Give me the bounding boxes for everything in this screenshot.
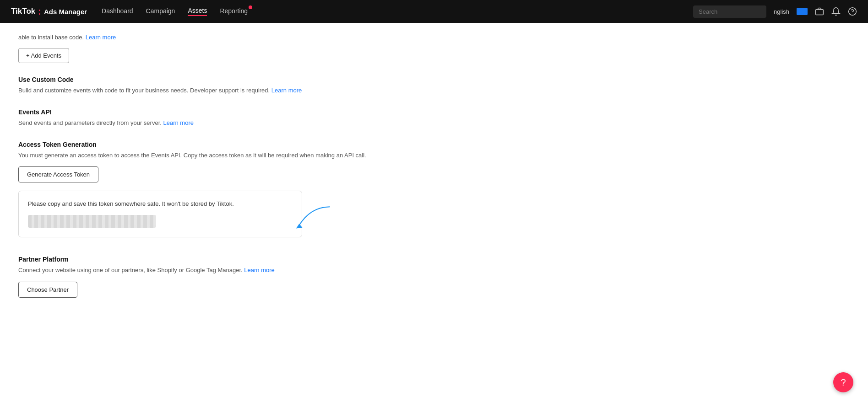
help-icon-btn[interactable] xyxy=(848,7,857,16)
token-blurred-value xyxy=(28,215,156,228)
partner-platform-section: Partner Platform Connect your website us… xyxy=(18,256,394,298)
token-box: Please copy and save this token somewher… xyxy=(18,191,302,237)
reporting-dot xyxy=(249,5,252,9)
flag-icon xyxy=(797,8,808,15)
use-custom-code-desc: Build and customize events with code to … xyxy=(18,86,394,96)
use-custom-code-section: Use Custom Code Build and customize even… xyxy=(18,76,394,96)
events-api-section: Events API Send events and parameters di… xyxy=(18,108,394,128)
brand-dot: : xyxy=(38,7,41,16)
nav-dashboard[interactable]: Dashboard xyxy=(102,7,133,16)
partner-platform-learn-more[interactable]: Learn more xyxy=(244,267,274,273)
access-token-section: Access Token Generation You must generat… xyxy=(18,141,394,237)
briefcase-icon-btn[interactable] xyxy=(815,7,824,16)
use-custom-code-learn-more[interactable]: Learn more xyxy=(271,87,302,94)
token-value-display xyxy=(28,215,156,228)
access-token-desc: You must generate an access token to acc… xyxy=(18,151,394,161)
nav-right: nglish xyxy=(693,5,857,18)
svg-marker-3 xyxy=(296,224,303,229)
add-events-button[interactable]: + Add Events xyxy=(18,48,69,63)
top-description: able to install base code. Learn more xyxy=(18,34,394,41)
events-api-title: Events API xyxy=(18,108,394,116)
use-custom-code-title: Use Custom Code xyxy=(18,76,394,83)
partner-platform-title: Partner Platform xyxy=(18,256,394,263)
main-content: able to install base code. Learn more + … xyxy=(0,23,412,309)
bell-icon-btn[interactable] xyxy=(831,7,841,16)
events-api-desc: Send events and parameters directly from… xyxy=(18,118,394,128)
nav-assets[interactable]: Assets xyxy=(188,7,207,16)
arrow-annotation xyxy=(274,205,338,232)
top-nav: TikTok : Ads Manager Dashboard Campaign … xyxy=(0,0,868,23)
nav-links: Dashboard Campaign Assets Reporting xyxy=(102,7,678,16)
svg-point-1 xyxy=(849,8,857,16)
generate-access-token-button[interactable]: Generate Access Token xyxy=(18,166,98,182)
partner-platform-desc: Connect your website using one of our pa… xyxy=(18,266,394,275)
nav-reporting[interactable]: Reporting xyxy=(220,7,248,16)
token-warning-text: Please copy and save this token somewher… xyxy=(28,199,293,209)
choose-partner-button[interactable]: Choose Partner xyxy=(18,282,77,298)
events-api-learn-more[interactable]: Learn more xyxy=(163,119,194,126)
brand-product-text: Ads Manager xyxy=(44,8,87,16)
brand-tiktok-text: TikTok xyxy=(11,7,35,16)
access-token-title: Access Token Generation xyxy=(18,141,394,148)
nav-campaign[interactable]: Campaign xyxy=(146,7,175,16)
top-learn-more-link[interactable]: Learn more xyxy=(86,34,116,41)
svg-rect-0 xyxy=(816,10,824,15)
notifications-icon-wrap xyxy=(831,7,841,16)
nav-language[interactable]: nglish xyxy=(774,8,789,15)
nav-search-input[interactable] xyxy=(693,5,766,18)
brand-logo: TikTok : Ads Manager xyxy=(11,7,87,16)
